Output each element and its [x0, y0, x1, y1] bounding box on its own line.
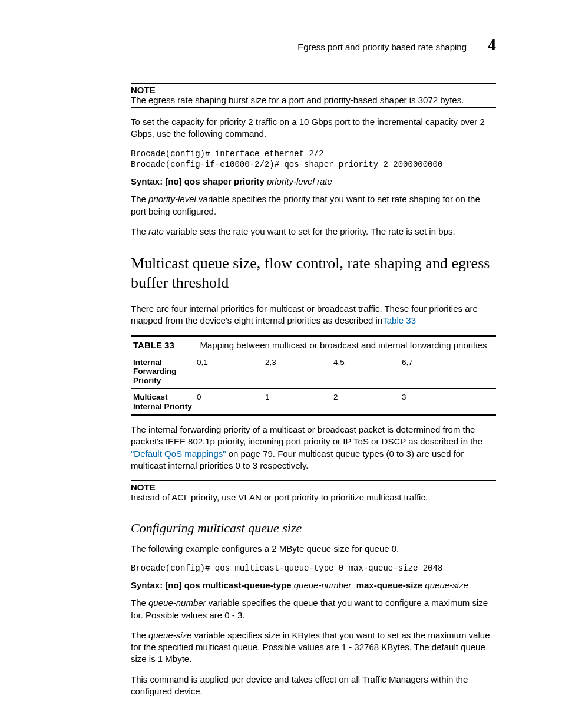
note-label: NOTE — [131, 85, 496, 95]
document-page: Egress port and priority based rate shap… — [0, 0, 562, 728]
header-title: Egress port and priority based rate shap… — [297, 42, 467, 52]
syntax-arg: queue-size — [425, 580, 468, 590]
note-label: NOTE — [131, 482, 496, 492]
cross-reference-link[interactable]: "Default QoS mappings" — [131, 449, 226, 459]
note-text: The egress rate shaping burst size for a… — [131, 95, 496, 105]
paragraph: The rate variable sets the rate you want… — [131, 226, 496, 238]
note-text: Instead of ACL priority, use VLAN or por… — [131, 492, 496, 502]
paragraph: There are four internal priorities for m… — [131, 303, 496, 327]
variable: queue-number — [148, 598, 206, 608]
table-cell: 0,1 — [194, 354, 263, 389]
paragraph: To set the capacity for priority 2 traff… — [131, 116, 496, 140]
chapter-number: 4 — [488, 35, 496, 54]
table-cell: 3 — [399, 389, 468, 416]
table-title: Mapping between multicast or broadcast a… — [200, 340, 487, 350]
table-cell: 1 — [263, 389, 331, 416]
table-cell: 0 — [194, 389, 263, 416]
row-label: Multicast Internal Priority — [131, 389, 194, 416]
note-box: NOTE Instead of ACL priority, use VLAN o… — [131, 480, 496, 505]
paragraph: The queue-number variable specifies the … — [131, 597, 496, 621]
syntax-arg: queue-number — [294, 580, 352, 590]
variable: rate — [148, 226, 164, 236]
syntax-line: Syntax: [no] qos shaper priority priorit… — [131, 176, 496, 186]
table-link[interactable]: Table 33 — [382, 315, 416, 325]
syntax-prefix: Syntax: — [131, 176, 165, 186]
table-cell: 2 — [331, 389, 399, 416]
table-cell: 6,7 — [399, 354, 468, 389]
syntax-command: [no] qos multicast-queue-type — [165, 580, 291, 590]
syntax-command: [no] qos shaper priority — [165, 176, 264, 186]
subsection-heading: Configuring multicast queue size — [131, 521, 496, 536]
paragraph: The internal forwarding priority of a mu… — [131, 424, 496, 472]
table-number: TABLE 33 — [133, 340, 198, 350]
syntax-line: Syntax: [no] qos multicast-queue-type qu… — [131, 580, 496, 590]
table-cell: 2,3 — [263, 354, 331, 389]
table-caption: TABLE 33 Mapping between multicast or br… — [131, 336, 496, 354]
page-header: Egress port and priority based rate shap… — [131, 35, 496, 54]
table-row: Multicast Internal Priority 0 1 2 3 — [131, 389, 496, 416]
code-block: Brocade(config)# qos multicast-queue-typ… — [131, 563, 496, 574]
table-row: Internal Forwarding Priority 0,1 2,3 4,5… — [131, 354, 496, 389]
paragraph: The priority-level variable specifies th… — [131, 193, 496, 218]
syntax-args: priority-level rate — [267, 176, 332, 186]
paragraph: The queue-size variable specifies size i… — [131, 630, 496, 666]
syntax-keyword: max-queue-size — [356, 580, 423, 590]
paragraph: This command is applied per device and t… — [131, 674, 496, 698]
table-cell: 4,5 — [331, 354, 399, 389]
note-box: NOTE The egress rate shaping burst size … — [131, 83, 496, 108]
mapping-table: TABLE 33 Mapping between multicast or br… — [131, 335, 496, 416]
variable: priority-level — [148, 194, 196, 204]
row-label: Internal Forwarding Priority — [131, 354, 194, 389]
code-block: Brocade(config)# interface ethernet 2/2 … — [131, 149, 496, 171]
syntax-prefix: Syntax: — [131, 580, 165, 590]
paragraph: The following example configures a 2 MBy… — [131, 543, 496, 555]
variable: queue-size — [148, 630, 191, 640]
section-heading: Multicast queue size, flow control, rate… — [131, 254, 496, 292]
